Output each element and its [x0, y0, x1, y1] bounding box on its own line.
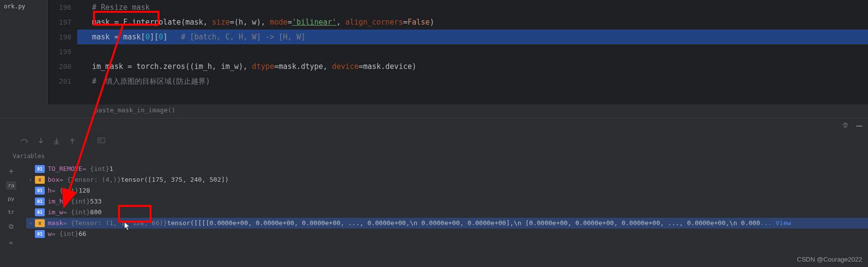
- strip-tab[interactable]: ra: [6, 181, 16, 190]
- divider: |: [85, 138, 89, 145]
- var-row[interactable]: 01 im_w = {int} 800: [26, 207, 868, 218]
- step-out-icon[interactable]: [69, 137, 76, 146]
- svg-rect-0: [856, 126, 862, 127]
- var-row[interactable]: › ≡ box = {Tensor: (4,)} tensor([175, 37…: [26, 174, 868, 185]
- link-icon[interactable]: ∞: [6, 237, 17, 248]
- gear-icon[interactable]: [841, 122, 849, 130]
- strip-tab[interactable]: tr: [6, 208, 16, 216]
- line-number[interactable]: 199: [48, 44, 71, 59]
- code-line: # Resize mask: [77, 0, 868, 15]
- line-number[interactable]: 198: [48, 30, 71, 44]
- line-number[interactable]: 201: [48, 74, 71, 89]
- var-row[interactable]: 01 im_h = {int} 533: [26, 196, 868, 207]
- mouse-cursor-icon: [124, 222, 131, 232]
- line-number[interactable]: 200: [48, 59, 71, 74]
- debug-toolbar: |: [0, 133, 868, 150]
- minimize-icon[interactable]: [855, 122, 863, 130]
- var-row-selected[interactable]: › ≡ mask = {Tensor: (1, 1, 128, 66)} ten…: [26, 218, 868, 229]
- int-type-icon: 01: [35, 165, 45, 173]
- code-line: mask = F.interpolate(mask, size=(h, w), …: [77, 15, 868, 30]
- view-link[interactable]: ... View: [760, 218, 791, 229]
- debug-panel-header: [0, 118, 868, 133]
- code-line: [77, 44, 868, 59]
- step-over-icon[interactable]: [20, 137, 29, 146]
- int-type-icon: 01: [35, 187, 45, 195]
- variables-panel: + ra py tr ⧉ ∞ 01 TO_REMOVE = {int} 1 › …: [0, 164, 868, 248]
- variables-label: Variables: [0, 150, 868, 164]
- line-number[interactable]: 197: [48, 15, 71, 30]
- int-type-icon: 01: [35, 230, 45, 238]
- var-row[interactable]: 01 h = {int} 128: [26, 185, 868, 196]
- breadcrumb[interactable]: paste_mask_in_image(): [0, 104, 868, 118]
- line-number[interactable]: 196: [48, 0, 71, 15]
- left-tool-strip: + ra py tr ⧉ ∞: [0, 164, 22, 248]
- chevron-right-icon[interactable]: ›: [26, 218, 35, 229]
- watermark: CSDN @Courage2022: [797, 256, 862, 263]
- svg-rect-2: [98, 138, 105, 143]
- int-type-icon: 01: [35, 208, 45, 216]
- code-area[interactable]: # Resize mask mask = F.interpolate(mask,…: [77, 0, 868, 104]
- strip-tab[interactable]: py: [6, 195, 16, 203]
- code-line-current: mask = mask[0][0] # [batch, C, H, W] -> …: [77, 30, 868, 44]
- variables-list: 01 TO_REMOVE = {int} 1 › ≡ box = {Tensor…: [22, 164, 868, 248]
- tensor-type-icon: ≡: [35, 219, 45, 227]
- copy-icon[interactable]: ⧉: [6, 221, 17, 232]
- tensor-type-icon: ≡: [35, 176, 45, 184]
- editor-area: ork.py 196 197 198 199 200 201 # Resize …: [0, 0, 868, 104]
- step-into-icon[interactable]: [37, 137, 44, 146]
- chevron-right-icon[interactable]: ›: [26, 174, 35, 185]
- add-watch-icon[interactable]: +: [6, 166, 17, 176]
- code-line: im_mask = torch.zeros((im_h, im_w), dtyp…: [77, 59, 868, 74]
- var-row[interactable]: 01 w = {int} 66: [26, 229, 868, 239]
- step-into-my-icon[interactable]: [53, 137, 60, 146]
- gutter: 196 197 198 199 200 201: [48, 0, 77, 104]
- var-row[interactable]: 01 TO_REMOVE = {int} 1: [26, 164, 868, 174]
- evaluate-icon[interactable]: [97, 137, 105, 146]
- file-tab-column: ork.py: [0, 0, 48, 104]
- file-tab[interactable]: ork.py: [0, 1, 47, 12]
- code-line: # 填入原图的目标区域(防止越界): [77, 74, 868, 89]
- int-type-icon: 01: [35, 198, 45, 205]
